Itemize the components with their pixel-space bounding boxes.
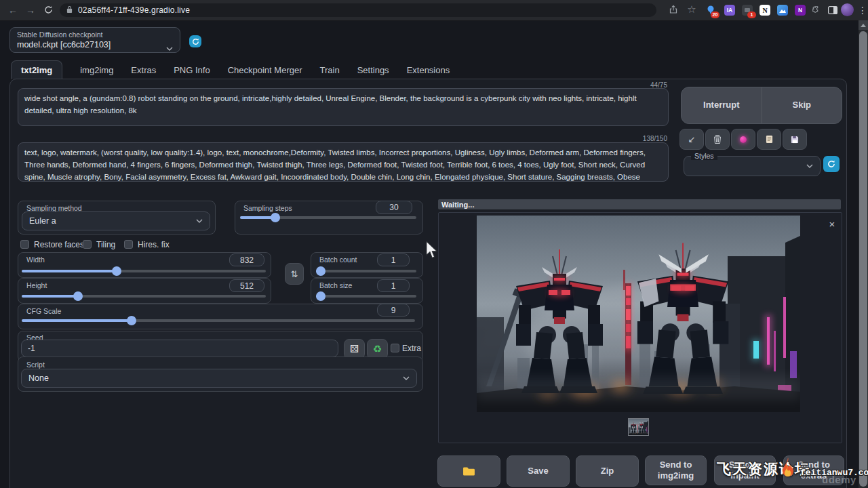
open-folder-button[interactable]: [437, 455, 500, 487]
cfg-scale-slider[interactable]: [22, 319, 415, 322]
cfg-scale-block: CFG Scale: [18, 304, 423, 329]
tab-settings[interactable]: Settings: [357, 65, 389, 75]
width-slider[interactable]: [22, 270, 266, 272]
udemy-watermark: udemy: [822, 474, 856, 485]
checkpoint-value: model.ckpt [cc6cb27103]: [17, 40, 111, 49]
tab-png-info[interactable]: PNG Info: [174, 65, 210, 75]
share-icon[interactable]: [667, 5, 679, 17]
tab-checkpoint-merger[interactable]: Checkpoint Merger: [228, 65, 302, 75]
bookmark-star-icon[interactable]: ☆: [686, 3, 698, 16]
watermark-flame-icon: [778, 457, 797, 480]
batch-count-label: Batch count: [319, 256, 357, 264]
chevron-down-icon: [806, 164, 813, 168]
tab-train[interactable]: Train: [320, 65, 340, 75]
height-slider[interactable]: [22, 295, 266, 298]
sidebar-panel-icon[interactable]: [827, 5, 838, 16]
seed-extra-checkbox[interactable]: [391, 344, 399, 352]
extensions-puzzle-icon[interactable]: [811, 5, 822, 16]
script-dropdown[interactable]: None: [21, 369, 417, 388]
script-label: Script: [26, 361, 45, 369]
slider-knob[interactable]: [112, 266, 121, 276]
progress-status: Waiting...: [438, 199, 841, 209]
seed-extra-label: Extra: [402, 344, 421, 353]
image-extension-icon[interactable]: [777, 5, 788, 16]
negative-prompt-input[interactable]: text, logo, watermark, (worst quality, l…: [18, 142, 669, 182]
scrollbar-up-icon[interactable]: [859, 20, 868, 30]
sampling-steps-value[interactable]: [376, 201, 412, 214]
slider-knob[interactable]: [271, 213, 280, 222]
pink-dot-icon: [740, 136, 747, 143]
tab-img2img[interactable]: img2img: [80, 65, 113, 75]
paste-params-button[interactable]: ↙: [679, 129, 704, 150]
browser-toolbar: ← → 02a56ff4-71ff-439e.gradio.live ☆ 20 …: [0, 0, 868, 21]
swap-dimensions-button[interactable]: ⇅: [285, 263, 304, 285]
profile-avatar[interactable]: [841, 3, 854, 16]
save-button[interactable]: Save: [507, 455, 570, 487]
scrollbar-thumb[interactable]: [859, 31, 867, 487]
back-icon[interactable]: ←: [7, 4, 19, 16]
apply-style-button[interactable]: [757, 129, 781, 150]
pin-extension-icon[interactable]: 20: [705, 5, 716, 16]
slider-knob[interactable]: [73, 291, 83, 301]
gallery-thumbnail[interactable]: [628, 418, 649, 436]
close-gallery-icon[interactable]: ×: [826, 218, 838, 230]
tiling-label: Tiling: [96, 240, 115, 249]
extra-networks-button[interactable]: [731, 129, 755, 150]
checkpoint-dropdown[interactable]: Stable Diffusion checkpoint model.ckpt […: [9, 27, 180, 53]
notion-extension-icon[interactable]: N: [760, 5, 770, 16]
width-value[interactable]: [229, 253, 264, 266]
checkpoint-label: Stable Diffusion checkpoint: [17, 30, 102, 39]
ia-extension-icon[interactable]: IA: [724, 5, 735, 16]
prompt-input[interactable]: wide shot angle, a (gundam:0.8) robot st…: [18, 88, 669, 126]
save-style-button[interactable]: [783, 129, 807, 150]
seed-input[interactable]: [21, 340, 338, 357]
batch-count-value[interactable]: [377, 253, 410, 266]
sampling-steps-slider[interactable]: [240, 216, 416, 219]
tab-txt2img[interactable]: txt2img: [11, 60, 62, 79]
cfg-scale-value[interactable]: [377, 304, 410, 317]
screen: ← → 02a56ff4-71ff-439e.gradio.live ☆ 20 …: [0, 0, 868, 488]
tiling-checkbox[interactable]: [83, 240, 92, 249]
address-bar[interactable]: 02a56ff4-71ff-439e.gradio.live: [60, 3, 656, 17]
width-label: Width: [26, 256, 45, 264]
chevron-down-icon: [196, 219, 203, 223]
slider-knob[interactable]: [127, 316, 136, 325]
screenshot-extension-badge: 1: [747, 12, 756, 18]
sampling-method-dropdown[interactable]: Euler a: [22, 211, 210, 230]
tab-bar: txt2img img2img Extras PNG Info Checkpoi…: [11, 60, 450, 79]
height-label: Height: [26, 281, 47, 289]
cfg-scale-label: CFG Scale: [26, 307, 61, 315]
generated-image[interactable]: [477, 216, 800, 412]
checkpoint-refresh-button[interactable]: [189, 35, 201, 47]
batch-count-slider[interactable]: [316, 270, 416, 272]
batch-size-value[interactable]: [377, 279, 410, 292]
slider-knob[interactable]: [316, 266, 326, 276]
screenshot-extension-icon[interactable]: 1: [742, 5, 753, 16]
slider-knob[interactable]: [316, 291, 326, 301]
chevron-down-icon: [166, 41, 173, 54]
pin-extension-badge: 20: [711, 12, 719, 18]
tab-extras[interactable]: Extras: [131, 65, 156, 75]
height-value[interactable]: [229, 279, 264, 292]
browser-menu-icon[interactable]: ⋮: [856, 4, 868, 16]
forward-icon[interactable]: →: [24, 4, 37, 16]
negative-prompt-counter: 138/150: [597, 135, 667, 142]
tab-extensions[interactable]: Extensions: [407, 65, 450, 75]
mouse-cursor: [426, 241, 439, 263]
clear-prompt-trash-button[interactable]: [705, 129, 730, 150]
styles-dropdown[interactable]: Styles: [684, 156, 821, 176]
styles-label: Styles: [691, 152, 717, 160]
onenote-extension-icon[interactable]: N: [795, 5, 806, 16]
send-to-img2img-button[interactable]: Send to img2img: [645, 455, 707, 485]
lock-icon: [66, 4, 73, 16]
styles-refresh-button[interactable]: [823, 156, 840, 172]
restore-faces-label: Restore faces: [34, 240, 84, 249]
interrupt-button[interactable]: Interrupt: [682, 87, 762, 123]
batch-size-slider[interactable]: [316, 295, 416, 298]
hires-fix-checkbox[interactable]: [124, 240, 133, 249]
restore-faces-checkbox[interactable]: [20, 240, 29, 249]
sampling-steps-label: Sampling steps: [243, 204, 292, 212]
refresh-icon[interactable]: [42, 4, 54, 16]
skip-button[interactable]: Skip: [762, 87, 842, 123]
zip-button[interactable]: Zip: [576, 455, 639, 487]
